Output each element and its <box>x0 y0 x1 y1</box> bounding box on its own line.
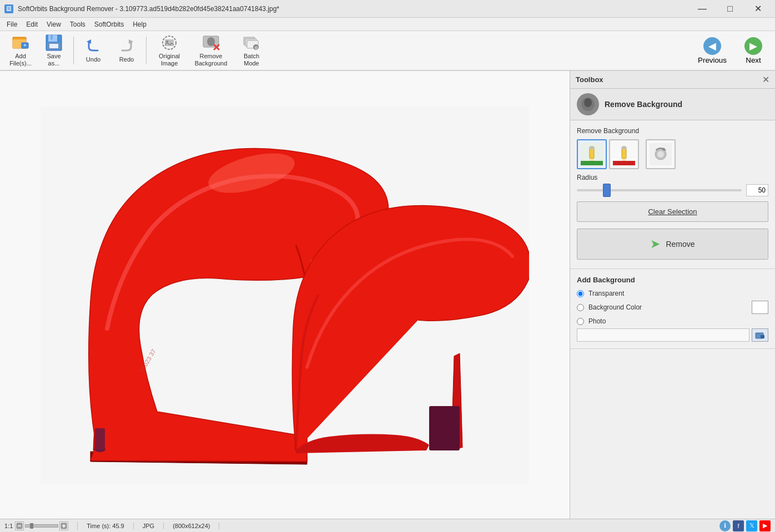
info-icon[interactable]: ℹ <box>719 520 731 531</box>
bg-color-radio-row: Background Color <box>577 301 768 314</box>
clear-selection-button[interactable]: Clear Selection <box>577 201 768 222</box>
zoom-in-button[interactable] <box>59 521 68 530</box>
photo-path-input[interactable] <box>577 328 749 342</box>
svg-text:⚙: ⚙ <box>254 45 258 50</box>
bg-color-radio[interactable] <box>577 304 584 311</box>
original-image-button[interactable]: OriginalImage <box>150 33 189 68</box>
svg-rect-27 <box>429 406 460 450</box>
browse-button[interactable] <box>752 328 768 342</box>
menu-softorbits[interactable]: SoftOrbits <box>90 19 128 29</box>
canvas-area[interactable]: 01023 37 <box>0 71 570 519</box>
toolbox-title: Toolbox <box>576 75 603 84</box>
save-as-icon <box>45 34 63 52</box>
facebook-icon[interactable]: f <box>733 520 744 531</box>
batch-mode-icon: ⚙ <box>243 34 260 52</box>
svg-rect-35 <box>581 161 603 165</box>
zoom-level: 1:1 <box>4 523 13 529</box>
radius-slider-container[interactable] <box>577 184 742 197</box>
previous-label: Previous <box>698 56 727 64</box>
svg-text:+: + <box>23 42 27 48</box>
radius-thumb[interactable] <box>603 184 611 197</box>
radius-track <box>577 189 742 191</box>
undo-button[interactable]: Undo <box>77 33 109 68</box>
batch-mode-label: BatchMode <box>244 53 259 67</box>
radius-row: 50 <box>577 184 768 197</box>
remove-background-toolbar-button[interactable]: RemoveBackground <box>190 33 232 68</box>
transparent-radio-row: Transparent <box>577 290 768 297</box>
svg-rect-40 <box>613 161 635 165</box>
menu-file[interactable]: File <box>2 19 22 29</box>
shoe-image: 01023 37 <box>41 107 529 484</box>
redo-button[interactable]: Redo <box>110 33 143 68</box>
photo-radio-row: Photo <box>577 317 768 325</box>
toolbox-close-button[interactable]: ✕ <box>762 74 769 85</box>
social-icons: ℹ f 𝕏 ▶ <box>719 520 771 531</box>
remove-bg-icon <box>577 93 599 115</box>
photo-label[interactable]: Photo <box>588 317 606 325</box>
batch-mode-button[interactable]: ⚙ BatchMode <box>233 33 270 68</box>
menu-tools[interactable]: Tools <box>66 19 90 29</box>
menu-bar: File Edit View Tools SoftOrbits Help <box>0 18 775 31</box>
maximize-button[interactable]: □ <box>717 0 743 18</box>
zoom-out-button[interactable] <box>15 521 24 530</box>
toolbar: + AddFile(s)... Saveas... Undo <box>0 31 775 71</box>
auto-select-button[interactable] <box>646 139 676 169</box>
background-brush-button[interactable] <box>609 139 639 169</box>
radius-value[interactable]: 50 <box>746 184 768 196</box>
svg-rect-12 <box>165 39 174 46</box>
redo-label: Redo <box>119 56 134 63</box>
next-button[interactable]: ▶ Next <box>734 33 773 68</box>
add-files-button[interactable]: + AddFile(s)... <box>4 33 37 68</box>
window-title: SoftOrbits Background Remover - 3.109773… <box>18 5 279 13</box>
zoom-controls <box>15 521 68 530</box>
menu-help[interactable]: Help <box>128 19 151 29</box>
save-as-label: Saveas... <box>47 53 61 67</box>
radius-label: Radius <box>577 174 768 181</box>
original-image-label: OriginalImage <box>159 53 180 67</box>
transparent-label[interactable]: Transparent <box>588 290 624 297</box>
close-button[interactable]: ✕ <box>745 0 771 18</box>
transparent-radio[interactable] <box>577 290 584 297</box>
save-as-button[interactable]: Saveas... <box>38 33 70 68</box>
remove-background-icon <box>202 34 220 52</box>
format-segment: JPG <box>143 523 164 529</box>
nav-buttons: ◀ Previous ▶ Next <box>693 33 773 68</box>
svg-rect-6 <box>51 35 53 39</box>
menu-view[interactable]: View <box>42 19 66 29</box>
previous-button[interactable]: ◀ Previous <box>693 33 732 68</box>
app-icon: 🖼 <box>4 4 13 13</box>
photo-radio[interactable] <box>577 318 584 325</box>
svg-point-43 <box>657 151 664 158</box>
next-label: Next <box>746 56 761 64</box>
remove-bg-tools: Remove Background <box>570 120 775 269</box>
svg-point-30 <box>584 98 592 107</box>
time-label: Time (s): 45.9 <box>87 523 124 529</box>
undo-label: Undo <box>86 56 100 63</box>
add-background-section: Add Background Transparent Background Co… <box>570 269 775 349</box>
dimensions-label: (800x612x24) <box>173 523 210 529</box>
menu-edit[interactable]: Edit <box>22 19 42 29</box>
color-swatch[interactable] <box>752 301 768 314</box>
remove-bg-title: Remove Background <box>605 100 682 109</box>
remove-background-toolbar-label: RemoveBackground <box>195 53 228 67</box>
remove-button[interactable]: ➤ Remove <box>577 229 768 260</box>
foreground-brush-button[interactable] <box>577 139 607 169</box>
remove-bg-label: Remove Background <box>577 127 768 135</box>
main-area: 01023 37 Toolbox ✕ Remove Background Rem… <box>0 71 775 519</box>
svg-rect-46 <box>761 335 764 338</box>
svg-rect-26 <box>95 428 105 449</box>
youtube-icon[interactable]: ▶ <box>759 520 771 531</box>
svg-rect-39 <box>622 146 626 149</box>
zoom-segment: 1:1 <box>4 521 78 530</box>
window-controls: — □ ✕ <box>690 0 771 18</box>
add-files-icon: + <box>12 34 29 52</box>
redo-icon <box>118 37 135 55</box>
bg-color-label[interactable]: Background Color <box>588 303 642 311</box>
zoom-slider[interactable] <box>25 524 58 528</box>
twitter-icon[interactable]: 𝕏 <box>746 520 757 531</box>
minimize-button[interactable]: — <box>690 0 715 18</box>
undo-icon <box>84 37 102 55</box>
svg-rect-34 <box>590 146 594 149</box>
svg-rect-8 <box>49 44 58 48</box>
image-canvas[interactable]: 01023 37 <box>0 71 570 519</box>
